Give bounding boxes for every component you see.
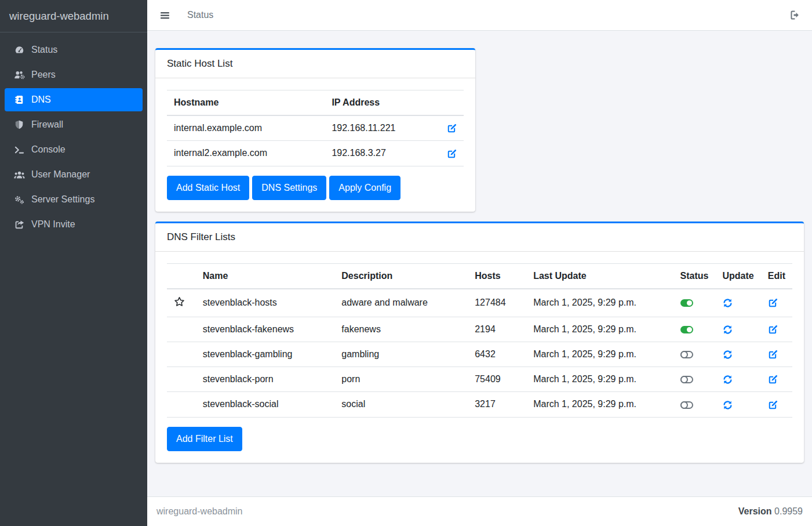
users-cog-icon	[12, 70, 27, 79]
static-host-buttons: Add Static Host DNS Settings Apply Confi…	[167, 176, 464, 200]
filter-name-cell: stevenblack-gambling	[196, 342, 335, 367]
filter-list-row: stevenblack-fakenewsfakenews2194March 1,…	[167, 317, 792, 342]
update-filter-list-button[interactable]	[723, 298, 733, 308]
column-header-edit: Edit	[761, 263, 792, 289]
update-filter-list-button[interactable]	[723, 325, 733, 335]
filter-status-cell	[673, 342, 716, 367]
filter-last-update-cell: March 1, 2025, 9:29 p.m.	[526, 342, 673, 367]
column-header-name: Name	[196, 263, 335, 289]
column-header-ip: IP Address	[325, 90, 440, 116]
filter-edit-cell	[761, 342, 792, 367]
sidebar-item-label: Status	[31, 45, 57, 55]
dns-filter-table: Name Description Hosts Last Update Statu…	[167, 263, 792, 418]
filter-update-cell	[716, 392, 761, 417]
filter-last-update-cell: March 1, 2025, 9:29 p.m.	[526, 289, 673, 317]
static-host-row: internal2.example.com192.168.3.27	[167, 141, 464, 166]
add-static-host-button[interactable]: Add Static Host	[167, 176, 249, 200]
navbar-link-status[interactable]: Status	[187, 10, 213, 20]
edit-filter-list-button[interactable]	[768, 375, 778, 384]
sidebar-item-server-settings[interactable]: Server Settings	[5, 188, 143, 211]
sidebar-item-label: Peers	[31, 70, 56, 79]
filter-edit-cell	[761, 317, 792, 342]
filter-name-cell: stevenblack-social	[196, 392, 335, 417]
filter-edit-cell	[761, 392, 792, 417]
edit-filter-list-button[interactable]	[768, 325, 778, 335]
static-host-card-header: Static Host List	[155, 50, 475, 78]
sidebar-item-console[interactable]: Console	[5, 138, 143, 161]
column-header-hostname: Hostname	[167, 90, 325, 116]
static-host-card-title: Static Host List	[167, 58, 232, 69]
footer-version: Version 0.9959	[738, 506, 803, 517]
filter-name-cell: stevenblack-fakenews	[196, 317, 335, 342]
ip-address-cell: 192.168.3.27	[325, 141, 440, 166]
share-square-icon	[12, 220, 27, 230]
status-toggle-off-icon[interactable]	[680, 401, 693, 409]
star-icon[interactable]	[174, 296, 185, 307]
menu-toggle-icon[interactable]	[160, 10, 170, 20]
sidebar-item-user-manager[interactable]: User Manager	[5, 163, 143, 186]
filter-hosts-cell: 3217	[468, 392, 526, 417]
status-toggle-off-icon[interactable]	[680, 376, 693, 383]
hostname-cell: internal.example.com	[167, 115, 325, 141]
sidebar-nav: StatusPeersDNSFirewallConsoleUser Manage…	[0, 32, 147, 238]
edit-filter-list-button[interactable]	[768, 298, 778, 308]
status-toggle-on-icon[interactable]	[680, 326, 693, 333]
sidebar-item-status[interactable]: Status	[5, 38, 143, 61]
filter-status-cell	[673, 317, 716, 342]
static-host-card-body: Hostname IP Address internal.example.com…	[155, 78, 475, 212]
sidebar-item-label: DNS	[31, 95, 51, 104]
filter-name-cell: stevenblack-hosts	[196, 289, 335, 317]
filter-description-cell: social	[334, 392, 468, 417]
logout-icon[interactable]	[790, 10, 800, 20]
update-filter-list-button[interactable]	[723, 400, 733, 410]
update-filter-list-button[interactable]	[723, 375, 733, 384]
filter-status-cell	[673, 392, 716, 417]
edit-filter-list-button[interactable]	[768, 400, 778, 410]
column-header-static-edit	[440, 90, 464, 116]
filter-last-update-cell: March 1, 2025, 9:29 p.m.	[526, 392, 673, 417]
edit-static-host-button[interactable]	[447, 149, 457, 159]
filter-list-buttons: Add Filter List	[167, 427, 792, 451]
edit-static-host-button[interactable]	[447, 124, 457, 133]
filter-list-row: stevenblack-pornporn75409March 1, 2025, …	[167, 367, 792, 392]
sidebar-item-dns[interactable]: DNS	[5, 88, 143, 111]
star-cell	[167, 289, 196, 317]
star-cell	[167, 367, 196, 392]
static-host-list-card: Static Host List Hostname IP Address int…	[155, 48, 475, 212]
apply-config-button[interactable]: Apply Config	[329, 176, 400, 200]
filter-last-update-cell: March 1, 2025, 9:29 p.m.	[526, 317, 673, 342]
terminal-icon	[12, 145, 27, 155]
filter-hosts-cell: 127484	[468, 289, 526, 317]
filter-card-header: DNS Filter Lists	[155, 223, 804, 252]
brand-link[interactable]: wireguard-webadmin	[0, 0, 147, 32]
sidebar-item-firewall[interactable]: Firewall	[5, 113, 143, 136]
sidebar-item-label: VPN Invite	[31, 220, 75, 229]
filter-update-cell	[716, 289, 761, 317]
edit-filter-list-button[interactable]	[768, 350, 778, 360]
sidebar-item-label: Server Settings	[31, 195, 94, 204]
sidebar: wireguard-webadmin StatusPeersDNSFirewal…	[0, 0, 147, 526]
filter-list-row: stevenblack-gamblinggambling6432March 1,…	[167, 342, 792, 367]
add-filter-list-button[interactable]: Add Filter List	[167, 427, 242, 451]
star-cell	[167, 392, 196, 417]
status-toggle-off-icon[interactable]	[680, 351, 693, 358]
column-header-update: Update	[716, 263, 761, 289]
filter-name-cell: stevenblack-porn	[196, 367, 335, 392]
sidebar-item-peers[interactable]: Peers	[5, 63, 143, 86]
sidebar-item-label: Console	[31, 145, 65, 154]
sidebar-item-vpn-invite[interactable]: VPN Invite	[5, 213, 143, 236]
dns-settings-button[interactable]: DNS Settings	[252, 176, 326, 200]
filter-hosts-cell: 75409	[468, 367, 526, 392]
status-toggle-on-icon[interactable]	[680, 299, 693, 307]
static-host-table: Hostname IP Address internal.example.com…	[167, 90, 464, 166]
filter-list-row: stevenblack-hostsadware and malware12748…	[167, 289, 792, 317]
footer-version-label: Version	[738, 506, 772, 516]
dns-filter-lists-card: DNS Filter Lists Name Description	[155, 222, 804, 463]
filter-edit-cell	[761, 289, 792, 317]
update-filter-list-button[interactable]	[723, 350, 733, 360]
footer-version-value: 0.9959	[774, 506, 803, 516]
shield-icon	[12, 120, 27, 129]
filter-update-cell	[716, 317, 761, 342]
column-header-status: Status	[673, 263, 716, 289]
filter-description-cell: fakenews	[334, 317, 468, 342]
